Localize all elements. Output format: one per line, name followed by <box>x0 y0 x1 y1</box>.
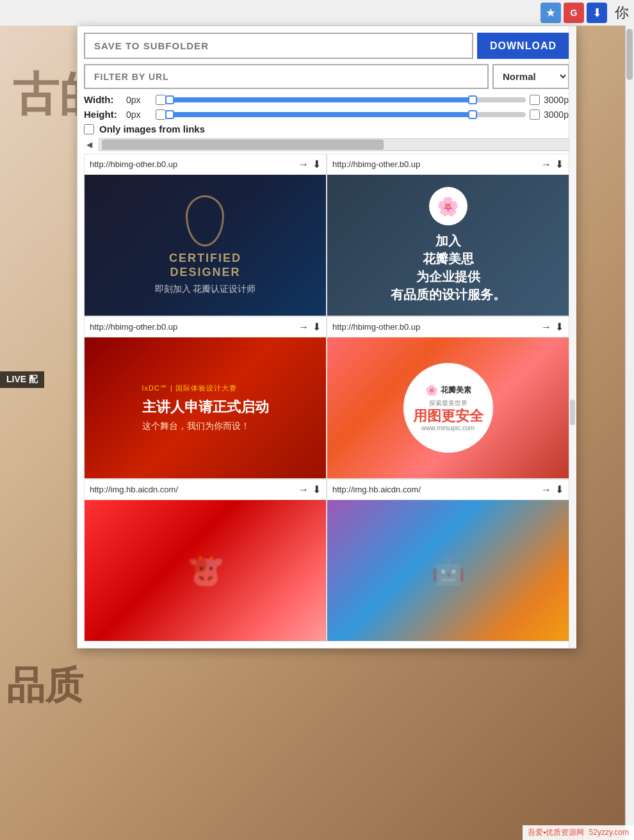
image-url-2: http://hbimg-other.b0.up <box>332 159 537 169</box>
ixdc-badge-text: IxDC℠ | 国际体验设计大赛 <box>142 384 269 393</box>
huaban-logo-icon: 🌸 <box>429 187 467 225</box>
ixdc-main-text: 主讲人申请正式启动 <box>142 398 269 417</box>
url-download-icon-4[interactable]: ⬇ <box>555 321 564 333</box>
width-max-value: 3000px <box>544 95 569 105</box>
height-min-checkbox[interactable] <box>156 109 166 120</box>
image-thumb-meisupic: 🌸 花瓣美素 探索最美世界 用图更安全 www.mesupic.com <box>327 337 569 478</box>
scroll-track[interactable] <box>99 138 569 151</box>
watermark: 吾爱▪优质资源网 52yzzy.com <box>523 825 634 840</box>
download-extension-icon[interactable]: ⬇ <box>587 3 607 23</box>
url-open-arrow-5[interactable]: → <box>298 484 309 496</box>
cert-en-text: CERTIFIEDDESIGNER <box>155 252 256 279</box>
height-slider-row: Height: 0px 3000px <box>84 109 569 120</box>
meisupic-circle: 🌸 花瓣美素 探索最美世界 用图更安全 www.mesupic.com <box>403 363 493 453</box>
bg-text-2: 品质 <box>6 660 83 712</box>
mei-flower-icon: 🌸 <box>425 384 438 396</box>
popup-scrollbar-thumb[interactable] <box>570 400 575 425</box>
image-item-1: http://hbimg-other.b0.up → ⬇ CERTIFIEDDE… <box>84 154 327 316</box>
scrollbar-thumb[interactable] <box>626 29 633 80</box>
image-row-2: http://hbimg-other.b0.up → ⬇ IxDC℠ | 国际体… <box>84 316 569 479</box>
only-links-checkbox[interactable] <box>84 124 94 134</box>
width-slider-row: Width: 0px 3000px <box>84 94 569 105</box>
url-download-icon-6[interactable]: ⬇ <box>555 483 564 496</box>
image-item-4: http://hbimg-other.b0.up → ⬇ 🌸 花瓣美素 探索最美… <box>327 316 569 479</box>
url-open-arrow-4[interactable]: → <box>541 321 551 333</box>
image-thumb-bottom-right: 🤖 <box>327 500 569 641</box>
width-min-checkbox[interactable] <box>156 95 166 105</box>
width-min-value: 0px <box>126 95 152 105</box>
scroll-area: ◀ <box>84 138 569 151</box>
download-button[interactable]: DOWNLOAD <box>477 33 569 59</box>
url-download-icon-1[interactable]: ⬇ <box>313 158 321 170</box>
image-thumb-ixdc: IxDC℠ | 国际体验设计大赛 主讲人申请正式启动 这个舞台，我们为你而设！ <box>85 337 326 478</box>
image-row-3: http://img.hb.aicdn.com/ → ⬇ 🐮 http://im… <box>84 479 569 642</box>
image-url-3: http://hbimg-other.b0.up <box>90 322 295 332</box>
width-slider-left-thumb[interactable] <box>165 95 174 104</box>
sliders-section: Width: 0px 3000px Height: 0px 3000px <box>84 94 569 120</box>
width-label: Width: <box>84 94 122 105</box>
browser-toolbar: ★ G ⬇ 你 <box>0 0 634 26</box>
height-slider-left-thumb[interactable] <box>165 110 174 119</box>
watermark-site: 52yzzy.com <box>589 828 629 837</box>
mei-sub-text: 探索最美世界 <box>429 399 467 408</box>
filter-row: Normal Only new All <box>84 64 569 89</box>
bg-ya-text: 你 <box>615 3 629 22</box>
mei-url-text: www.mesupic.com <box>421 424 475 432</box>
image-thumb-bottom-left: 🐮 <box>85 500 326 641</box>
url-open-arrow-2[interactable]: → <box>541 159 551 170</box>
image-url-5: http://img.hb.aicdn.com/ <box>90 485 295 494</box>
cert-cn-text: 即刻加入 花瓣认证设计师 <box>155 284 256 295</box>
only-links-label: Only images from links <box>99 124 205 134</box>
image-url-row-2: http://hbimg-other.b0.up → ⬇ <box>327 154 569 175</box>
height-max-checkbox[interactable] <box>530 109 540 120</box>
scroll-left-arrow[interactable]: ◀ <box>84 139 95 150</box>
huaban-slogan-text: 加入花瓣美思为企业提供有品质的设计服务。 <box>391 232 506 303</box>
image-url-row-5: http://img.hb.aicdn.com/ → ⬇ <box>85 480 326 500</box>
image-url-row-3: http://hbimg-other.b0.up → ⬇ <box>85 317 326 337</box>
width-slider-right-thumb[interactable] <box>468 95 477 104</box>
width-max-checkbox[interactable] <box>530 95 540 105</box>
url-open-arrow-6[interactable]: → <box>541 484 551 496</box>
url-download-icon-3[interactable]: ⬇ <box>313 321 321 333</box>
image-url-1: http://hbimg-other.b0.up <box>90 159 295 169</box>
height-max-value: 3000px <box>544 109 569 120</box>
ixdc-sub-text: 这个舞台，我们为你而设！ <box>142 421 269 432</box>
url-open-arrow-3[interactable]: → <box>298 321 309 333</box>
image-url-row-1: http://hbimg-other.b0.up → ⬇ <box>85 154 326 175</box>
star-icon[interactable]: ★ <box>541 3 561 23</box>
height-slider-right-thumb[interactable] <box>468 110 477 119</box>
filter-url-input[interactable] <box>84 64 489 89</box>
cert-shape-icon <box>186 195 224 246</box>
url-download-icon-2[interactable]: ⬇ <box>555 158 564 170</box>
image-url-row-6: http://img.hb.aicdn.com/ → ⬇ <box>327 480 569 500</box>
image-item-2: http://hbimg-other.b0.up → ⬇ 🌸 加入花瓣美思为企业… <box>327 154 569 316</box>
images-grid: http://hbimg-other.b0.up → ⬇ CERTIFIEDDE… <box>84 154 569 642</box>
image-item-3: http://hbimg-other.b0.up → ⬇ IxDC℠ | 国际体… <box>84 316 327 479</box>
image-url-6: http://img.hb.aicdn.com/ <box>332 485 537 494</box>
height-slider-track[interactable] <box>170 112 526 117</box>
image-url-row-4: http://hbimg-other.b0.up → ⬇ <box>327 317 569 337</box>
image-row-1: http://hbimg-other.b0.up → ⬇ CERTIFIEDDE… <box>84 154 569 316</box>
mei-brand-text: 花瓣美素 <box>441 385 471 396</box>
image-item-5: http://img.hb.aicdn.com/ → ⬇ 🐮 <box>84 479 327 642</box>
width-slider-track[interactable] <box>170 97 526 102</box>
extension-popup: DOWNLOAD Normal Only new All Width: 0px … <box>77 26 576 649</box>
image-thumb-huaban: 🌸 加入花瓣美思为企业提供有品质的设计服务。 <box>327 175 569 316</box>
page-scrollbar[interactable] <box>625 26 634 840</box>
subfolder-input[interactable] <box>84 33 473 59</box>
url-download-icon-5[interactable]: ⬇ <box>313 483 321 496</box>
watermark-text: 吾爱▪优质资源网 <box>528 828 584 837</box>
image-item-6: http://img.hb.aicdn.com/ → ⬇ 🤖 <box>327 479 569 642</box>
popup-scrollbar[interactable] <box>569 26 576 648</box>
only-links-row: Only images from links <box>84 124 569 134</box>
image-url-4: http://hbimg-other.b0.up <box>332 322 537 332</box>
mei-slogan-text: 用图更安全 <box>413 408 484 424</box>
bg-live-badge: LIVE 配 <box>0 371 44 388</box>
google-translate-icon[interactable]: G <box>564 3 584 23</box>
top-row: DOWNLOAD <box>84 33 569 59</box>
image-thumb-certified: CERTIFIEDDESIGNER 即刻加入 花瓣认证设计师 <box>85 175 326 316</box>
scroll-thumb <box>102 140 384 150</box>
height-min-value: 0px <box>126 109 152 120</box>
filter-type-select[interactable]: Normal Only new All <box>492 64 569 89</box>
url-open-arrow-1[interactable]: → <box>298 159 309 170</box>
